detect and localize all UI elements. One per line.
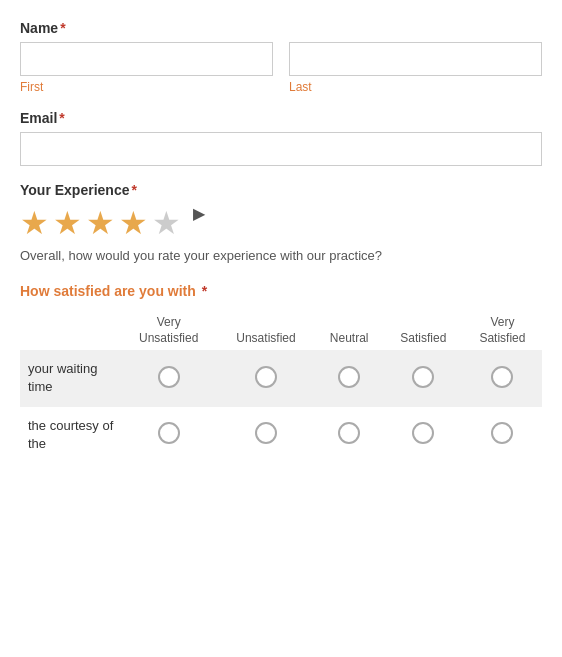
courtesy-neutral[interactable] xyxy=(315,407,384,463)
email-label-text: Email xyxy=(20,110,57,126)
col-very-satisfied: VerySatisfied xyxy=(463,311,542,350)
radio-waiting-very-satisfied[interactable] xyxy=(491,366,513,388)
courtesy-satisfied[interactable] xyxy=(384,407,463,463)
name-label-text: Name xyxy=(20,20,58,36)
satisfaction-col-empty xyxy=(20,311,120,350)
col-satisfied: Satisfied xyxy=(384,311,463,350)
radio-waiting-satisfied[interactable] xyxy=(412,366,434,388)
email-field-group: Email* xyxy=(20,110,542,166)
radio-waiting-unsatisfied[interactable] xyxy=(255,366,277,388)
cursor-icon: ▶ xyxy=(193,204,205,242)
email-required-star: * xyxy=(59,110,64,126)
radio-courtesy-neutral[interactable] xyxy=(338,422,360,444)
satisfaction-required-star: * xyxy=(202,283,207,299)
waiting-unsatisfied[interactable] xyxy=(217,350,314,406)
waiting-very-satisfied[interactable] xyxy=(463,350,542,406)
radio-waiting-neutral[interactable] xyxy=(338,366,360,388)
star-1[interactable]: ★ xyxy=(20,204,49,242)
col-neutral: Neutral xyxy=(315,311,384,350)
star-5[interactable]: ★ xyxy=(152,204,181,242)
last-label: Last xyxy=(289,80,542,94)
experience-label-text: Your Experience xyxy=(20,182,129,198)
experience-note: Overall, how would you rate your experie… xyxy=(20,248,542,263)
star-4[interactable]: ★ xyxy=(119,204,148,242)
radio-courtesy-very-satisfied[interactable] xyxy=(491,422,513,444)
first-name-col: First xyxy=(20,42,273,94)
radio-courtesy-unsatisfied[interactable] xyxy=(255,422,277,444)
courtesy-unsatisfied[interactable] xyxy=(217,407,314,463)
name-label: Name* xyxy=(20,20,542,36)
satisfaction-row-waiting: your waiting time xyxy=(20,350,542,406)
last-name-col: Last xyxy=(289,42,542,94)
first-label: First xyxy=(20,80,273,94)
waiting-very-unsatisfied[interactable] xyxy=(120,350,217,406)
waiting-satisfied[interactable] xyxy=(384,350,463,406)
last-name-input[interactable] xyxy=(289,42,542,76)
experience-label: Your Experience* xyxy=(20,182,542,198)
satisfaction-table: VeryUnsatisfied Unsatisfied Neutral Sati… xyxy=(20,311,542,463)
waiting-time-label: your waiting time xyxy=(20,350,120,406)
satisfaction-header-row: VeryUnsatisfied Unsatisfied Neutral Sati… xyxy=(20,311,542,350)
satisfaction-row-courtesy: the courtesy of the xyxy=(20,407,542,463)
email-label: Email* xyxy=(20,110,542,126)
col-unsatisfied: Unsatisfied xyxy=(217,311,314,350)
courtesy-very-unsatisfied[interactable] xyxy=(120,407,217,463)
experience-field-group: Your Experience* ★ ★ ★ ★ ★ ▶ Overall, ho… xyxy=(20,182,542,263)
name-row: First Last xyxy=(20,42,542,94)
experience-required-star: * xyxy=(131,182,136,198)
satisfaction-label: How satisfied are you with * xyxy=(20,283,542,299)
satisfaction-section: How satisfied are you with * VeryUnsatis… xyxy=(20,283,542,463)
name-required-star: * xyxy=(60,20,65,36)
col-very-unsatisfied: VeryUnsatisfied xyxy=(120,311,217,350)
star-3[interactable]: ★ xyxy=(86,204,115,242)
waiting-neutral[interactable] xyxy=(315,350,384,406)
star-2[interactable]: ★ xyxy=(53,204,82,242)
radio-courtesy-satisfied[interactable] xyxy=(412,422,434,444)
first-name-input[interactable] xyxy=(20,42,273,76)
radio-courtesy-very-unsatisfied[interactable] xyxy=(158,422,180,444)
name-field-group: Name* First Last xyxy=(20,20,542,94)
radio-waiting-very-unsatisfied[interactable] xyxy=(158,366,180,388)
satisfaction-label-text: How satisfied are you with xyxy=(20,283,196,299)
courtesy-label: the courtesy of the xyxy=(20,407,120,463)
courtesy-very-satisfied[interactable] xyxy=(463,407,542,463)
star-rating[interactable]: ★ ★ ★ ★ ★ ▶ xyxy=(20,204,542,242)
email-input[interactable] xyxy=(20,132,542,166)
